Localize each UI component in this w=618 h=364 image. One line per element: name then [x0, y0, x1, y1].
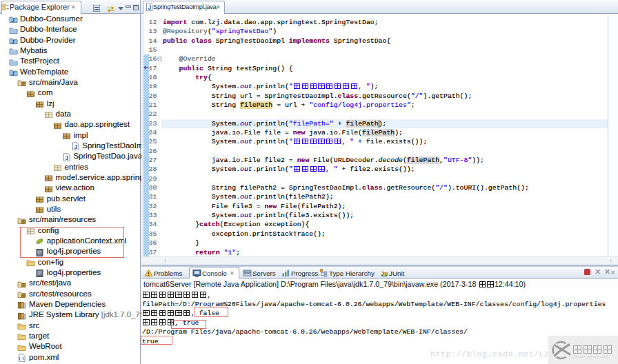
svg-text:J: J	[11, 70, 14, 77]
svg-text:J: J	[74, 143, 77, 150]
svg-text:J: J	[11, 39, 14, 45]
svg-text:J: J	[65, 154, 68, 161]
svg-text:J: J	[11, 17, 14, 23]
svg-text:J: J	[148, 3, 152, 10]
